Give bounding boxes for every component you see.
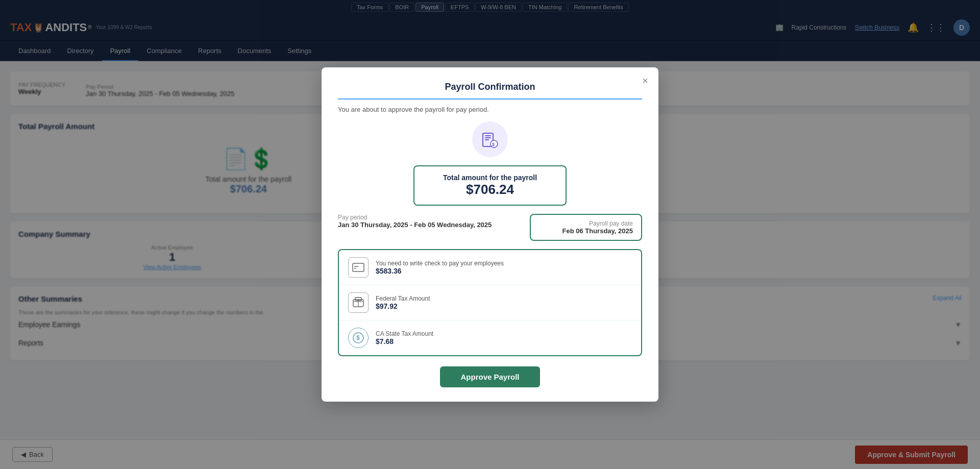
state-tax-label: CA State Tax Amount [376,330,433,337]
modal-pay-period-value: Jan 30 Thursday, 2025 - Feb 05 Wednesday… [338,221,522,229]
federal-tax-row: Federal Tax Amount $97.92 [339,285,641,320]
modal-payroll-icon-area: $ [338,121,642,157]
payroll-confirmation-modal: Payroll Confirmation × You are about to … [322,67,658,402]
modal-overlay: Payroll Confirmation × You are about to … [0,0,980,469]
svg-rect-6 [353,263,364,271]
svg-rect-3 [485,139,489,140]
svg-rect-1 [485,135,491,136]
svg-text:$: $ [492,142,495,147]
modal-payroll-icon: $ [472,121,508,157]
modal-total-label: Total amount for the payroll [427,174,553,182]
state-tax-row: $ CA State Tax Amount $7.68 [339,320,641,355]
modal-payroll-pay-date-value: Feb 06 Thursday, 2025 [539,227,633,235]
check-icon [348,257,369,278]
modal-pay-period-label: Pay period [338,214,522,221]
svg-rect-2 [485,137,491,138]
state-tax-icon: $ [348,328,369,348]
modal-total-box: Total amount for the payroll $706.24 [413,165,567,206]
modal-payroll-pay-date-label: Payroll pay date [539,220,633,227]
check-label: You need to write check to pay your empl… [376,260,504,267]
modal-pay-period-box: Pay period Jan 30 Thursday, 2025 - Feb 0… [338,214,522,241]
federal-tax-icon [348,292,369,313]
modal-close-button[interactable]: × [642,76,648,86]
modal-info-box: You need to write check to pay your empl… [338,249,642,356]
modal-payroll-pay-date-box: Payroll pay date Feb 06 Thursday, 2025 [530,214,642,241]
modal-subtitle: You are about to approve the payroll for… [338,106,642,113]
state-tax-amount: $7.68 [376,337,433,345]
modal-period-row: Pay period Jan 30 Thursday, 2025 - Feb 0… [338,214,642,241]
check-amount: $583.36 [376,267,504,275]
modal-title: Payroll Confirmation [338,82,642,100]
approve-payroll-button[interactable]: Approve Payroll [440,366,540,387]
modal-total-amount: $706.24 [427,182,553,198]
federal-tax-amount: $97.92 [376,302,430,310]
check-info-row: You need to write check to pay your empl… [339,250,641,285]
federal-tax-label: Federal Tax Amount [376,295,430,302]
svg-text:$: $ [356,334,360,341]
